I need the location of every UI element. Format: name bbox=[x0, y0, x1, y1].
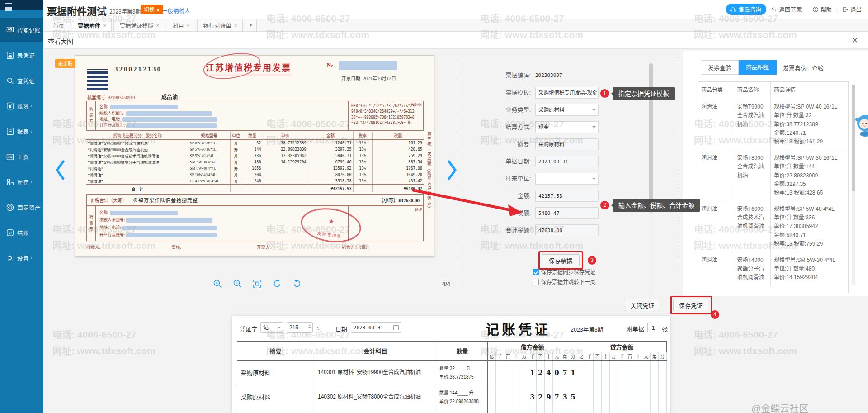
tab-银行对账单[interactable]: 银行对账单× bbox=[197, 19, 243, 31]
tab-首页[interactable]: 首页 bbox=[47, 19, 70, 31]
invoice-item-row: *润滑油*SM 5W-40 4*4L升105613592.9213%1767.0… bbox=[86, 165, 424, 171]
topbar: 票据附件测试 2023年第3期 切换 ▼ 一般纳税人 售后咨询 返回管家 | 帮… bbox=[43, 0, 868, 19]
amount-digit: 9 bbox=[545, 385, 553, 409]
close-icon[interactable]: × bbox=[103, 23, 106, 28]
tab-票据附件[interactable]: 票据附件× bbox=[72, 19, 112, 31]
checkbox-jump-next[interactable]: 保存票据并跳转下一页 bbox=[533, 278, 595, 285]
sidebar-item-smart[interactable]: 智能记账 bbox=[0, 18, 43, 42]
sidebar-item-stock[interactable]: 库存› bbox=[0, 170, 43, 194]
page-title: 票据附件测试 bbox=[47, 3, 107, 18]
next-image-button[interactable] bbox=[445, 159, 459, 181]
help-link[interactable]: 帮助 bbox=[812, 5, 832, 14]
tab-invoice-check[interactable]: 发票查验 bbox=[701, 60, 739, 75]
voucher-table: 摘要会计科目数量借方金额贷方金额 亿千百十万千百十元角分亿千百十万千百十元角分 … bbox=[237, 341, 667, 413]
form-field-2[interactable]: 采购原材料 bbox=[535, 104, 599, 116]
zoom-in-icon[interactable] bbox=[212, 279, 222, 289]
save-ticket-button[interactable]: 保存票据 bbox=[542, 254, 580, 266]
amount-digit bbox=[610, 385, 618, 409]
sidebar-item-salary[interactable]: 工资 bbox=[0, 145, 43, 168]
step-badge-2: 2 bbox=[600, 201, 609, 209]
invoice-code: 3200212130 bbox=[114, 66, 162, 73]
sidebar-item-label: 工资 bbox=[17, 152, 29, 161]
item-amount: 1240.71 bbox=[308, 140, 353, 147]
chevron-right-icon: › bbox=[31, 180, 32, 185]
caret-down-icon bbox=[592, 126, 596, 130]
form-field-3[interactable]: 现金 bbox=[535, 121, 599, 133]
digit-header: 元 bbox=[553, 352, 561, 361]
sidebar-item-report[interactable]: 报表› bbox=[0, 119, 43, 143]
switch-period-button[interactable]: 切换 ▼ bbox=[141, 5, 163, 14]
product-details: 规格型号:SP 5W-30 16*1L单位:升 数量:144单价:22.8982… bbox=[771, 150, 848, 201]
voucher-number-input[interactable]: 215 bbox=[287, 322, 313, 333]
invoice-footer: 收款人:复核:开票人:销售方：（章） bbox=[86, 244, 424, 250]
close-icon[interactable]: × bbox=[156, 23, 159, 28]
unlinked-badge: 未关联 bbox=[55, 59, 75, 68]
close-icon[interactable]: × bbox=[187, 23, 189, 28]
amount-digit: 3 bbox=[528, 385, 537, 409]
rotate-left-icon[interactable] bbox=[272, 279, 282, 289]
sidebar-item-gear[interactable]: 设置› bbox=[0, 246, 43, 270]
form-field-5[interactable]: 2023-03-31 bbox=[535, 156, 599, 167]
voucher-word-label: 凭证字 bbox=[240, 324, 257, 333]
save-voucher-button[interactable]: 保存凭证 bbox=[673, 299, 708, 311]
tab-科目[interactable]: 科目× bbox=[167, 19, 195, 31]
close-icon[interactable]: × bbox=[234, 23, 237, 28]
qty-line: 数量:32 升 bbox=[439, 364, 485, 373]
amount-digit: 3 bbox=[561, 385, 569, 409]
party-field-label: 纳税人识别号: bbox=[99, 111, 126, 115]
checkbox-sync-voucher[interactable]: 保存票据同步保存凭证 bbox=[533, 268, 595, 275]
item-amount: 5840.71 bbox=[308, 152, 353, 159]
attachment-count-input[interactable]: 1 bbox=[647, 323, 659, 332]
product-category: 润滑油 bbox=[698, 201, 734, 252]
invoice-item-row: *润滑油*安畅T8000全合成汽油机油SP 5W-30 16*1L升14422.… bbox=[86, 146, 424, 152]
invoice-column-header: 货物或应税劳务、服务名称 bbox=[86, 132, 189, 140]
form-label: 金额: bbox=[470, 190, 531, 202]
prev-image-button[interactable] bbox=[53, 159, 67, 181]
menu-toggle[interactable] bbox=[0, 0, 43, 10]
invoice-footer-label: 收款人: bbox=[86, 244, 168, 250]
invoice-column-header: 规格型号 bbox=[189, 132, 230, 140]
sidebar-item-asset[interactable]: 固定资产 bbox=[0, 195, 43, 219]
back-to-admin-link[interactable]: 返回管家 bbox=[771, 5, 802, 14]
digit-header: 百 bbox=[626, 352, 634, 361]
invoice-column-header: 税额 bbox=[372, 132, 424, 140]
report-icon bbox=[6, 127, 14, 136]
caret-down-icon bbox=[592, 109, 596, 113]
period-label: 2023年第3期 bbox=[109, 7, 141, 15]
close-voucher-button[interactable]: 关闭凭证 bbox=[625, 299, 660, 311]
logout-link[interactable]: 退出 bbox=[842, 5, 862, 14]
form-field-9[interactable]: 47638.00 bbox=[535, 224, 599, 236]
voucher-word-select[interactable]: 记 bbox=[260, 322, 283, 333]
voucher-date-input[interactable]: 2023-03-31 bbox=[351, 322, 401, 333]
service-button[interactable]: 售后咨询 bbox=[726, 4, 766, 15]
tab-list-dropdown[interactable]: ▼ bbox=[245, 19, 257, 31]
sidebar-item-label: 报表 bbox=[17, 127, 29, 136]
sidebar-item-close[interactable]: 结账 bbox=[0, 221, 43, 244]
zoom-out-icon[interactable] bbox=[232, 279, 242, 289]
sidebar-item-label: 库存 bbox=[17, 178, 29, 186]
rotate-right-icon[interactable] bbox=[292, 279, 302, 289]
spinner-icon[interactable] bbox=[308, 323, 311, 330]
form-field-8[interactable]: 5480.47 bbox=[535, 207, 599, 219]
form-field-1[interactable]: 采购增值税专用发票-现金 bbox=[535, 87, 599, 99]
form-field-4[interactable]: 采购原材料 bbox=[535, 138, 599, 150]
tab-product-detail[interactable]: 商品明细 bbox=[739, 60, 777, 75]
sidebar-item-search[interactable]: 查凭证 bbox=[0, 69, 43, 92]
caret-down-icon bbox=[277, 327, 281, 330]
form-field-6[interactable] bbox=[535, 173, 599, 185]
party-field-label: 纳税人识别号: bbox=[99, 218, 126, 222]
form-field-7[interactable]: 42157.53 bbox=[535, 190, 599, 202]
tab-票据凭证模版[interactable]: 票据凭证模版× bbox=[113, 19, 165, 31]
fit-size-icon[interactable] bbox=[252, 279, 262, 289]
taxpayer-link[interactable]: 一般纳税人 bbox=[162, 6, 190, 15]
sidebar-item-entry[interactable]: 录凭证 bbox=[0, 43, 43, 67]
invoice-no-label: № bbox=[327, 62, 333, 69]
item-price bbox=[263, 178, 308, 185]
product-detail-line: 规格型号:SP 0W-40 16*1L bbox=[774, 103, 845, 111]
buyer-box: 购买方 名称: 纳税人识别号: 地址、电话: 开户行及账号: bbox=[86, 101, 349, 131]
verify-link[interactable]: 查验 bbox=[812, 65, 824, 71]
amount-digit bbox=[602, 361, 610, 385]
tab-label: 票据凭证模版 bbox=[119, 21, 153, 30]
voucher-title: 记账凭证 bbox=[486, 318, 551, 338]
sidebar-item-ledger[interactable]: 账簿› bbox=[0, 94, 43, 118]
